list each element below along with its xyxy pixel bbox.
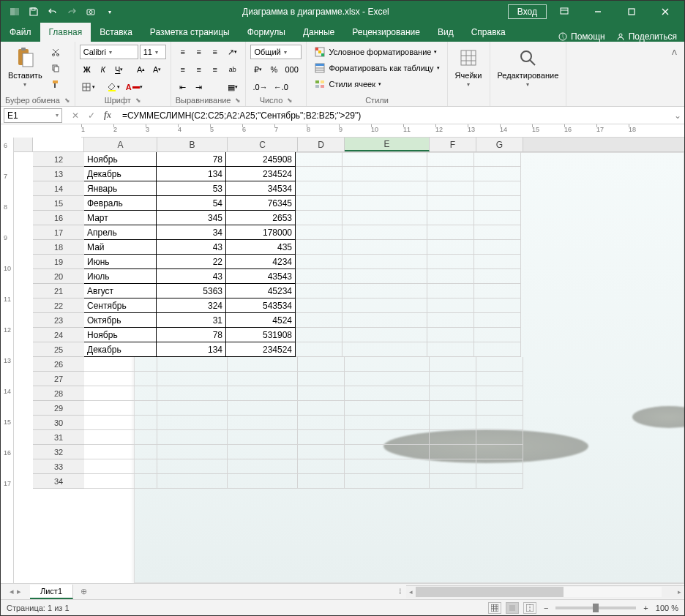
orientation-icon[interactable]: ↗▾ [225,45,240,59]
editing-button[interactable]: Редактирование ▾ [495,45,562,89]
cell-C20[interactable]: 43543 [225,268,296,284]
cell-B32[interactable] [157,445,228,459]
copy-icon[interactable] [48,61,63,75]
cell-F19[interactable] [427,255,474,269]
font-name-combo[interactable]: Calibri▾ [80,45,138,59]
cell-B15[interactable]: 54 [156,195,226,211]
cell-E12[interactable] [342,152,427,167]
cell-D13[interactable] [296,167,342,181]
cell-E33[interactable] [345,459,430,474]
row-header-16[interactable]: 16 [33,211,84,225]
number-format-combo[interactable]: Общий▾ [250,45,302,59]
cell-G32[interactable] [476,445,523,459]
cell-C30[interactable] [228,416,298,430]
cell-B31[interactable] [157,430,228,445]
fill-color-icon[interactable]: ▾ [105,80,122,94]
zoom-in-icon[interactable]: + [643,604,648,612]
row-header-26[interactable]: 26 [33,357,84,372]
cell-F34[interactable] [430,474,476,489]
cell-D34[interactable] [298,474,345,489]
cell-E18[interactable] [342,240,427,255]
wrap-text-icon[interactable]: ab [225,62,240,77]
cell-B24[interactable]: 78 [156,327,226,342]
decrease-indent-icon[interactable]: ⇤ [176,80,190,94]
cell-A13[interactable]: Декабрь [84,166,157,181]
cell-C29[interactable] [228,401,298,416]
cell-E32[interactable] [345,445,430,459]
col-header-D[interactable]: D [298,138,345,151]
cell-G19[interactable] [474,255,521,269]
cell-F33[interactable] [430,459,476,474]
cell-A24[interactable]: Ноябрь [84,327,157,342]
row-header-13[interactable]: 13 [33,167,84,181]
cells-button[interactable]: Ячейки ▾ [452,45,485,89]
row-header-23[interactable]: 23 [33,313,84,328]
cell-G22[interactable] [474,298,521,313]
qat-dropdown-icon[interactable]: ▾ [102,4,118,20]
cell-D20[interactable] [296,269,342,284]
minimize-button[interactable] [582,1,614,23]
cell-F21[interactable] [427,284,474,298]
cell-C34[interactable] [228,474,298,489]
comma-icon[interactable]: 000 [282,62,300,77]
cell-C31[interactable] [228,430,298,445]
cell-B34[interactable] [157,474,228,489]
maximize-button[interactable] [615,1,648,23]
cell-A25[interactable]: Декабрь [84,342,157,357]
cell-F28[interactable] [430,386,476,401]
row-header-28[interactable]: 28 [33,386,84,401]
zoom-level[interactable]: 100 % [656,604,678,612]
row-header-33[interactable]: 33 [33,459,84,474]
cell-D28[interactable] [298,386,345,401]
cell-E15[interactable] [342,196,427,211]
cell-E25[interactable] [342,342,427,357]
zoom-out-icon[interactable]: − [544,604,548,612]
align-right-icon[interactable]: ≡ [208,62,222,77]
cell-C12[interactable]: 245908 [225,152,296,167]
cell-A16[interactable]: Март [84,210,157,225]
percent-icon[interactable]: % [266,62,281,77]
cell-D21[interactable] [296,284,342,298]
cell-G23[interactable] [474,313,521,328]
cell-E21[interactable] [342,284,427,298]
save-icon[interactable] [26,4,42,20]
row-header-22[interactable]: 22 [33,298,84,313]
font-color-icon[interactable]: A▾ [124,80,145,94]
cell-E27[interactable] [345,372,430,386]
collapse-ribbon-icon[interactable]: ᐱ [667,45,681,59]
cell-D30[interactable] [298,416,345,430]
cell-G24[interactable] [474,328,521,342]
cell-C18[interactable]: 435 [225,239,296,255]
font-size-combo[interactable]: 11▾ [140,45,166,59]
cell-A17[interactable]: Апрель [84,225,157,240]
cell-F32[interactable] [430,445,476,459]
cell-B28[interactable] [157,386,228,401]
cell-E23[interactable] [342,313,427,328]
ribbon-tab-рецензирование[interactable]: Рецензирование [343,23,429,42]
cell-G21[interactable] [474,284,521,298]
cell-A34[interactable] [84,474,157,489]
bold-button[interactable]: Ж [80,62,94,77]
cell-E19[interactable] [342,255,427,269]
increase-font-icon[interactable]: A▴ [134,62,149,77]
cell-F31[interactable] [430,430,476,445]
accept-formula-icon[interactable]: ✓ [84,108,99,123]
cell-C17[interactable]: 178000 [225,225,296,240]
cell-E24[interactable] [342,328,427,342]
align-middle-icon[interactable]: ≡ [192,45,206,59]
cut-icon[interactable] [48,45,63,59]
cell-D29[interactable] [298,401,345,416]
cell-A26[interactable] [84,357,157,372]
row-header-17[interactable]: 17 [33,225,84,240]
cell-C23[interactable]: 4524 [225,312,296,328]
row-header-29[interactable]: 29 [33,401,84,416]
align-center-icon[interactable]: ≡ [192,62,206,77]
cell-E30[interactable] [345,416,430,430]
formula-input[interactable]: =СУММЕСЛИМН(C2:C25;A2:A25;"Сентябрь";B2:… [118,110,671,121]
cell-F20[interactable] [427,269,474,284]
increase-indent-icon[interactable]: ⇥ [192,80,206,94]
cell-C24[interactable]: 531908 [225,327,296,342]
cell-A14[interactable]: Январь [84,181,157,196]
row-header-34[interactable]: 34 [33,474,84,489]
row-header-30[interactable]: 30 [33,416,84,430]
